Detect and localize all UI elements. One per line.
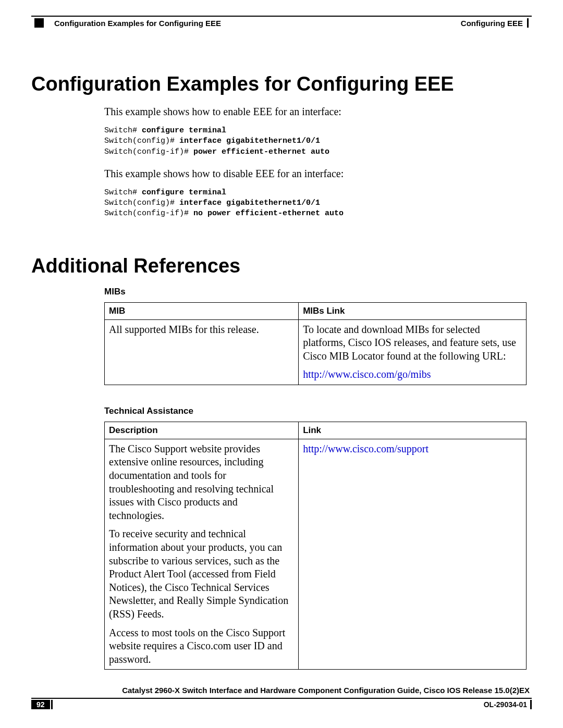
page-number: 92: [31, 700, 50, 709]
table-cell: All supported MIBs for this release.: [105, 319, 299, 385]
table-header-cell: Description: [105, 422, 299, 439]
table-row: All supported MIBs for this release. To …: [105, 319, 527, 385]
footer-bar-icon: [530, 700, 532, 709]
breadcrumb: Configuration Examples for Configuring E…: [54, 19, 221, 28]
support-link[interactable]: http://www.cisco.com/support: [303, 443, 429, 454]
cell-text: To receive security and technical inform…: [109, 527, 294, 621]
code-command: no power efficient-ethernet auto: [193, 209, 344, 218]
section-heading-config-examples: Configuration Examples for Configuring E…: [31, 73, 532, 95]
table-tech-assist: Description Link The Cisco Support websi…: [104, 422, 527, 670]
subheading-tech-assist: Technical Assistance: [104, 406, 527, 416]
code-prompt: Switch(config-if)#: [104, 147, 193, 156]
cell-text: To locate and download MIBs for selected…: [303, 323, 522, 363]
page-footer: Catalyst 2960-X Switch Interface and Har…: [31, 686, 532, 709]
page-badge-tail-icon: [51, 700, 53, 709]
code-command: interface gigabitethernet1/0/1: [179, 137, 320, 145]
code-prompt: Switch(config-if)#: [104, 209, 193, 218]
doc-id-block: OL-29034-01: [484, 700, 532, 709]
code-command: configure terminal: [142, 126, 226, 135]
header-left: Configuration Examples for Configuring E…: [31, 18, 221, 28]
mibs-link[interactable]: http://www.cisco.com/go/mibs: [303, 368, 431, 380]
code-prompt: Switch#: [104, 188, 142, 197]
table-header-row: Description Link: [105, 422, 527, 439]
table-cell: http://www.cisco.com/support: [299, 439, 527, 670]
code-prompt: Switch(config)#: [104, 137, 179, 145]
code-prompt: Switch(config)#: [104, 199, 179, 207]
header-right: Configuring EEE: [461, 18, 532, 28]
code-command: interface gigabitethernet1/0/1: [179, 199, 320, 207]
table-mibs: MIB MIBs Link All supported MIBs for thi…: [104, 302, 527, 385]
code-command: power efficient-ethernet auto: [193, 147, 329, 156]
section2-body: MIBs MIB MIBs Link All supported MIBs fo…: [104, 287, 527, 670]
table-row: The Cisco Support website provides exten…: [105, 439, 527, 670]
page-number-badge: 92: [31, 700, 53, 709]
page-header: Configuration Examples for Configuring E…: [31, 17, 532, 29]
table-header-cell: MIBs Link: [299, 302, 527, 319]
chapter-label: Configuring EEE: [461, 19, 523, 28]
section-heading-additional-refs: Additional References: [31, 255, 532, 277]
doc-id: OL-29034-01: [484, 700, 527, 709]
section1-body: This example shows how to enable EEE for…: [104, 105, 527, 219]
page-content: Configuration Examples for Configuring E…: [31, 73, 532, 690]
code-block-disable-eee: Switch# configure terminal Switch(config…: [104, 188, 527, 219]
header-bar-icon: [527, 18, 529, 28]
subheading-mibs: MIBs: [104, 287, 527, 297]
footer-row: 92 OL-29034-01: [31, 700, 532, 709]
paragraph: This example shows how to enable EEE for…: [104, 105, 527, 118]
table-cell: The Cisco Support website provides exten…: [105, 439, 299, 670]
cell-text: All supported MIBs for this release.: [109, 323, 294, 337]
code-block-enable-eee: Switch# configure terminal Switch(config…: [104, 126, 527, 157]
footer-rule: [31, 698, 532, 699]
table-header-row: MIB MIBs Link: [105, 302, 527, 319]
table-cell: To locate and download MIBs for selected…: [299, 319, 527, 385]
code-command: configure terminal: [142, 188, 226, 197]
cell-text: Access to most tools on the Cisco Suppor…: [109, 626, 294, 667]
footer-book-title: Catalyst 2960-X Switch Interface and Har…: [31, 686, 532, 695]
code-prompt: Switch#: [104, 126, 142, 135]
section-marker-icon: [34, 18, 44, 28]
table-header-cell: Link: [299, 422, 527, 439]
paragraph: This example shows how to disable EEE fo…: [104, 167, 527, 180]
cell-text: The Cisco Support website provides exten…: [109, 442, 294, 523]
table-header-cell: MIB: [105, 302, 299, 319]
